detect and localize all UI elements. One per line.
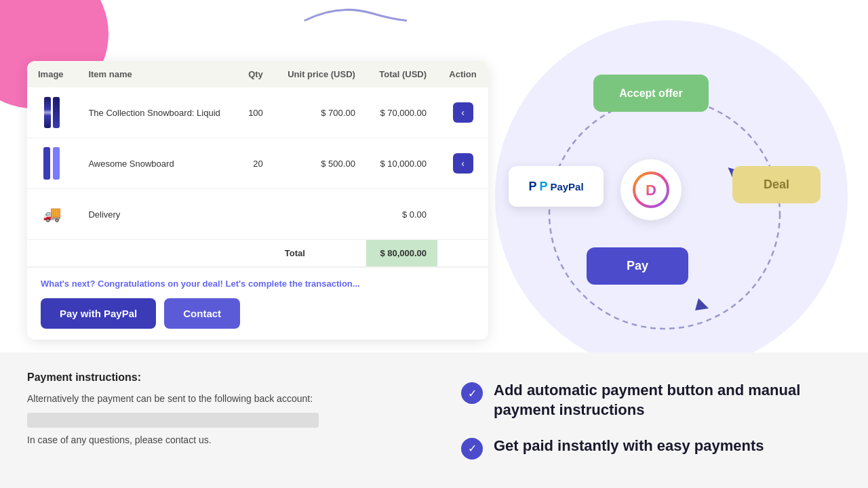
- payment-text: Alternatively the payment can be sent to…: [27, 392, 407, 406]
- item-name-cell: Delivery: [77, 189, 236, 240]
- qty-cell: 100: [236, 87, 273, 138]
- delivery-icon: 🚚: [43, 205, 61, 223]
- center-logo-node: D: [620, 159, 682, 220]
- qty-cell: 20: [236, 138, 273, 189]
- payment-instructions: Payment instructions: Alternatively the …: [0, 352, 434, 488]
- expand-button-row2[interactable]: ‹: [453, 153, 473, 174]
- total-value: $ 80,000.00: [366, 240, 437, 267]
- paypal-node: P P PayPal: [509, 166, 604, 207]
- total-action: [437, 240, 488, 267]
- feature-text-1: Add automatic payment button and manual …: [494, 381, 841, 420]
- svg-marker-2: [695, 298, 709, 310]
- col-header-image: Image: [27, 61, 77, 87]
- total-cell: $ 10,000.00: [366, 138, 437, 189]
- contact-button[interactable]: Contact: [164, 298, 240, 329]
- expand-button-row1[interactable]: ‹: [453, 102, 473, 123]
- table-row: Awesome Snowboard 20 $ 500.00 $ 10,000.0…: [27, 138, 488, 189]
- brand-logo: D: [632, 171, 670, 209]
- invoice-table: Image Item name Qty Unit price (USD) Tot…: [27, 61, 488, 267]
- snowboard-liquid-img: [38, 96, 65, 129]
- product-image-cell: 🚚: [27, 189, 77, 240]
- paypal-icon: P: [528, 180, 536, 194]
- snowboard-awesome-img: [38, 146, 65, 180]
- unit-price-cell: [274, 189, 366, 240]
- brand-logo-svg: D: [632, 171, 670, 209]
- payment-title: Payment instructions:: [27, 371, 407, 384]
- payment-contact: In case of any questions, please contact…: [27, 434, 407, 445]
- pay-node: Pay: [587, 247, 688, 285]
- table-row: 🚚 Delivery $ 0.00: [27, 189, 488, 240]
- whats-next-label: What's next?: [41, 279, 95, 289]
- item-name-cell: The Collection Snowboard: Liquid: [77, 87, 236, 138]
- check-icon-1: ✓: [461, 382, 483, 404]
- total-label: Total: [274, 240, 366, 267]
- total-spacer: [27, 240, 274, 267]
- paypal-text: PayPal: [550, 181, 583, 192]
- unit-price-cell: $ 500.00: [274, 138, 366, 189]
- whats-next-section: What's next? Congratulations on your dea…: [27, 267, 488, 340]
- svg-text:D: D: [646, 182, 656, 199]
- action-buttons: Pay with PayPal Contact: [41, 298, 475, 329]
- action-cell: ‹: [437, 138, 488, 189]
- col-header-total: Total (USD): [366, 61, 437, 87]
- deal-label: Deal: [764, 178, 789, 192]
- delivery-img: 🚚: [38, 197, 65, 231]
- whats-next-message: Congratulations on your deal! Let's comp…: [98, 279, 360, 289]
- col-header-qty: Qty: [236, 61, 273, 87]
- col-header-unit-price: Unit price (USD): [274, 61, 366, 87]
- product-image-cell: [27, 87, 77, 138]
- col-header-action: Action: [437, 61, 488, 87]
- pay-with-paypal-button[interactable]: Pay with PayPal: [41, 298, 156, 329]
- table-row: The Collection Snowboard: Liquid 100 $ 7…: [27, 87, 488, 138]
- invoice-panel: Image Item name Qty Unit price (USD) Tot…: [27, 61, 488, 340]
- flow-diagram: Accept offer Deal Pay P P PayPal: [488, 34, 841, 386]
- total-cell: $ 70,000.00: [366, 87, 437, 138]
- bg-squiggle: [203, 0, 407, 54]
- accept-offer-label: Accept offer: [619, 87, 682, 100]
- feature-item-2: ✓ Get paid instantly with easy payments: [461, 436, 841, 460]
- action-cell: ‹: [437, 87, 488, 138]
- feature-item-1: ✓ Add automatic payment button and manua…: [461, 381, 841, 420]
- total-row: Total $ 80,000.00: [27, 240, 488, 267]
- bank-account-bar: [27, 413, 319, 428]
- unit-price-cell: $ 700.00: [274, 87, 366, 138]
- pay-label: Pay: [627, 259, 648, 273]
- paypal-logo: P P PayPal: [528, 180, 583, 194]
- qty-cell: [236, 189, 273, 240]
- deal-node: Deal: [732, 166, 821, 203]
- action-cell: [437, 189, 488, 240]
- item-name-cell: Awesome Snowboard: [77, 138, 236, 189]
- feature-text-2: Get paid instantly with easy payments: [494, 436, 764, 456]
- whats-next-text: What's next? Congratulations on your dea…: [41, 279, 475, 289]
- snowboard-awesome-graphic: [43, 147, 60, 180]
- col-header-item-name: Item name: [77, 61, 236, 87]
- paypal-icon2: P: [539, 180, 547, 194]
- total-cell: $ 0.00: [366, 189, 437, 240]
- check-icon-2: ✓: [461, 438, 483, 460]
- accept-offer-node: Accept offer: [593, 75, 709, 112]
- product-image-cell: [27, 138, 77, 189]
